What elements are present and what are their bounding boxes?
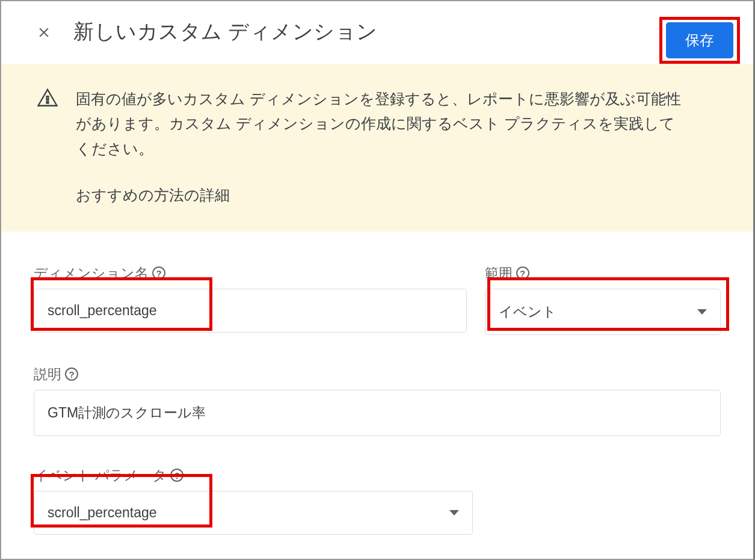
label-text-description: 説明	[34, 365, 61, 384]
dimension-name-input[interactable]: scroll_percentage	[34, 289, 467, 333]
event-parameter-value: scroll_percentage	[48, 505, 157, 521]
help-icon[interactable]: ?	[516, 266, 529, 280]
dimension-name-value: scroll_percentage	[48, 303, 157, 319]
label-scope: 範囲 ?	[485, 264, 721, 283]
field-event-parameter: イベント パラメータ ? scroll_percentage	[34, 466, 473, 535]
label-event-parameter: イベント パラメータ ?	[34, 466, 473, 485]
event-parameter-select[interactable]: scroll_percentage	[34, 491, 473, 535]
field-dimension-name: ディメンション名 ? scroll_percentage	[34, 264, 467, 335]
label-text-event-parameter: イベント パラメータ	[34, 466, 167, 485]
form-area: ディメンション名 ? scroll_percentage 範囲 ? イベント 説…	[1, 232, 753, 535]
dialog-header: 新しいカスタム ディメンション	[1, 1, 753, 64]
field-scope: 範囲 ? イベント	[485, 264, 721, 335]
label-text-scope: 範囲	[485, 264, 513, 283]
dialog-title: 新しいカスタム ディメンション	[73, 18, 735, 46]
warning-content: 固有の値が多いカスタム ディメンションを登録すると、レポートに悪影響が及ぶ可能性…	[76, 87, 689, 205]
label-description: 説明 ?	[34, 365, 721, 384]
help-icon[interactable]: ?	[170, 469, 183, 482]
chevron-down-icon	[449, 510, 459, 515]
warning-link[interactable]: おすすめの方法の詳細	[76, 185, 689, 205]
save-button[interactable]: 保存	[666, 22, 733, 58]
close-icon[interactable]	[36, 21, 52, 43]
help-icon[interactable]: ?	[152, 266, 165, 280]
warning-icon	[37, 88, 58, 108]
chevron-down-icon	[697, 309, 707, 315]
warning-text: 固有の値が多いカスタム ディメンションを登録すると、レポートに悪影響が及ぶ可能性…	[76, 87, 689, 161]
scope-select[interactable]: イベント	[485, 289, 721, 335]
warning-banner: 固有の値が多いカスタム ディメンションを登録すると、レポートに悪影響が及ぶ可能性…	[1, 64, 753, 232]
label-text-dimension-name: ディメンション名	[34, 264, 149, 283]
save-highlight: 保存	[659, 17, 740, 64]
description-value: GTM計測のスクロール率	[48, 404, 206, 422]
field-description: 説明 ? GTM計測のスクロール率	[34, 365, 721, 436]
scope-value: イベント	[499, 303, 556, 321]
description-input[interactable]: GTM計測のスクロール率	[34, 390, 721, 436]
label-dimension-name: ディメンション名 ?	[34, 264, 467, 283]
help-icon[interactable]: ?	[65, 368, 78, 381]
